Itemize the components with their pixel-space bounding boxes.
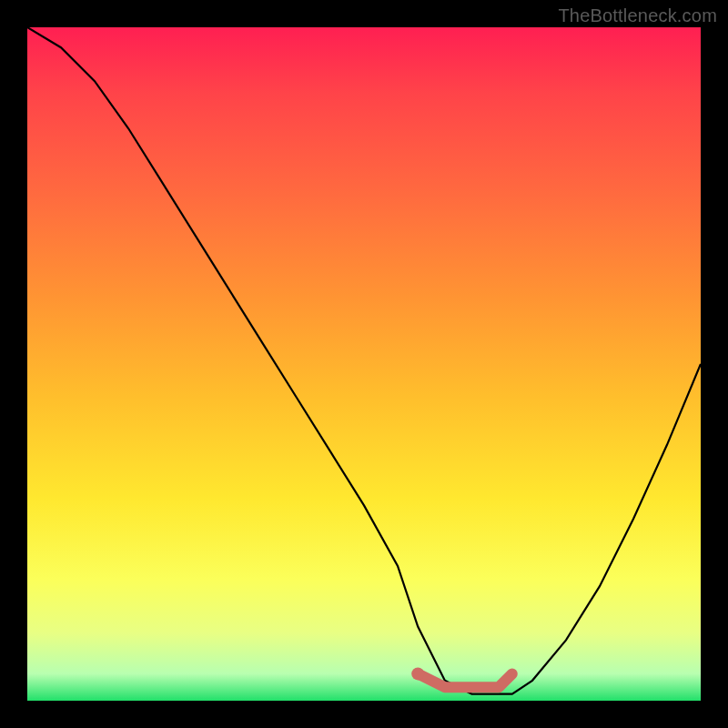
plot-area [27,27,701,701]
ideal-range-marker-path [418,673,512,687]
chart-frame: TheBottleneck.com [0,0,728,728]
chart-svg [27,27,701,701]
ideal-range-marker-dot [411,667,424,680]
watermark-text: TheBottleneck.com [558,5,717,26]
bottleneck-curve-path [27,27,701,694]
